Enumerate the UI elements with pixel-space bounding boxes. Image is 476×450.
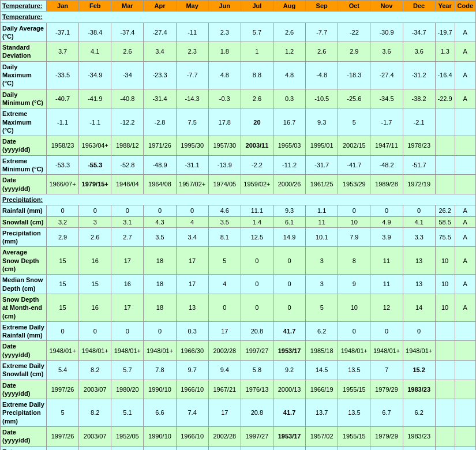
cell-value: 17 — [208, 399, 241, 427]
cell-value: -10.5 — [306, 89, 338, 108]
cell-value: 7.9 — [338, 227, 370, 247]
cell-value: -7.7 — [176, 61, 208, 89]
cell-value — [435, 108, 455, 136]
cell-value: 3 — [306, 247, 338, 275]
cell-value — [435, 446, 455, 450]
cell-value: 3 — [79, 216, 111, 227]
cell-value: 0 — [47, 205, 79, 216]
cell-value: 2003/07 — [79, 380, 111, 399]
cell-value: 1989/28 — [370, 175, 403, 194]
cell-value: -4.8 — [306, 61, 338, 89]
cell-value: 4.6 — [208, 205, 241, 216]
cell-value: 0 — [338, 321, 370, 341]
cell-value: 30 — [370, 446, 403, 450]
cell-value: 13 — [403, 275, 435, 294]
col-header-year: Year — [435, 1, 455, 12]
row-label: Precipitation (mm) — [1, 227, 47, 247]
cell-value: 3.7 — [47, 42, 79, 62]
row-label: Extreme Daily Precipitation (mm) — [1, 399, 47, 427]
cell-value: 6.2 — [403, 399, 435, 427]
cell-value: 9.2 — [273, 360, 305, 380]
cell-value: 3 — [306, 275, 338, 294]
cell-value: -2.8 — [144, 108, 176, 136]
cell-value: 2.6 — [79, 227, 111, 247]
cell-value: 2.6 — [111, 42, 144, 62]
cell-value: 18 — [144, 247, 176, 275]
cell-value: 20 — [306, 446, 338, 450]
cell-value: 3.3 — [403, 227, 435, 247]
cell-value — [455, 380, 475, 399]
cell-value: 13 — [403, 247, 435, 275]
cell-value: 0 — [273, 275, 305, 294]
col-header-apr: Apr — [144, 1, 176, 12]
cell-value: 1997/26 — [47, 380, 79, 399]
cell-value: -34.7 — [403, 22, 435, 42]
cell-value: -41.9 — [79, 89, 111, 108]
cell-value: 5.1 — [111, 399, 144, 427]
cell-value: 5.4 — [47, 360, 79, 380]
cell-value: 1964/08 — [144, 175, 176, 194]
cell-value: A — [455, 294, 475, 321]
row-label: Extreme Snow Depth (cm) — [1, 446, 47, 450]
cell-value: 7 — [370, 360, 403, 380]
table-row: Date (yyyy/dd)1958/231963/04+1988/121971… — [1, 136, 476, 156]
cell-value: 1972/19 — [403, 175, 435, 194]
cell-value: -19.7 — [435, 22, 455, 42]
cell-value: 1957/30 — [208, 136, 241, 156]
cell-value: -40.8 — [111, 89, 144, 108]
cell-value: 6.6 — [144, 399, 176, 427]
cell-value: -37.4 — [111, 22, 144, 42]
cell-value: 1.2 — [273, 42, 305, 62]
cell-value: 6.1 — [273, 216, 305, 227]
cell-value: 1983/23 — [403, 427, 435, 447]
cell-value: -16.4 — [435, 61, 455, 89]
cell-value: 0.3 — [176, 321, 208, 341]
cell-value: 1966/10 — [176, 380, 208, 399]
cell-value: 18 — [144, 294, 176, 321]
cell-value: 20 — [241, 108, 273, 136]
cell-value: 17 — [176, 247, 208, 275]
cell-value: 5 — [47, 399, 79, 427]
cell-value: 9 — [338, 275, 370, 294]
cell-value: 10.1 — [306, 227, 338, 247]
cell-value: -1.1 — [47, 108, 79, 136]
cell-value: 1948/01+ — [370, 341, 403, 361]
cell-value: 0 — [208, 294, 241, 321]
cell-value: -11.2 — [273, 155, 305, 175]
cell-value: 36 — [79, 446, 111, 450]
cell-value: 1985/18 — [306, 341, 338, 361]
cell-value — [455, 108, 475, 136]
header-row: Temperature: Jan Feb Mar Apr May Jun Jul… — [1, 1, 476, 12]
cell-value: -22 — [338, 22, 370, 42]
cell-value: 1957/02 — [306, 427, 338, 447]
cell-value: 9.3 — [273, 205, 305, 216]
cell-value — [455, 360, 475, 380]
col-header-may: May — [176, 1, 208, 12]
cell-value: 2.7 — [111, 227, 144, 247]
col-header-aug: Aug — [273, 1, 305, 12]
row-label: Snowfall (cm) — [1, 216, 47, 227]
cell-value: 1971/26 — [144, 136, 176, 156]
cell-value: -40.7 — [47, 89, 79, 108]
cell-value — [455, 341, 475, 361]
cell-value: 15.2 — [403, 360, 435, 380]
table-row: Median Snow Depth (cm)151516181740039111… — [1, 275, 476, 294]
cell-value: -52.8 — [111, 155, 144, 175]
cell-value: 75.5 — [435, 227, 455, 247]
cell-value: 1966/07+ — [47, 175, 79, 194]
cell-value: 17 — [111, 294, 144, 321]
cell-value: 18 — [144, 275, 176, 294]
cell-value: -30.9 — [370, 22, 403, 42]
cell-value: 1974/05 — [208, 175, 241, 194]
cell-value: 1948/01+ — [79, 341, 111, 361]
row-label: Date (yyyy/dd) — [1, 427, 47, 447]
col-header-mar: Mar — [111, 1, 144, 12]
row-label: Date (yyyy/dd) — [1, 136, 47, 156]
cell-value: 0 — [273, 294, 305, 321]
cell-value: 3.4 — [144, 42, 176, 62]
table-row: Extreme Minimum (°C)-53.3-55.3-52.8-48.9… — [1, 155, 476, 175]
cell-value: 0 — [370, 321, 403, 341]
section-header-row: Precipitation: — [1, 194, 476, 205]
cell-value: 3.4 — [176, 227, 208, 247]
cell-value: 1967/21 — [208, 380, 241, 399]
